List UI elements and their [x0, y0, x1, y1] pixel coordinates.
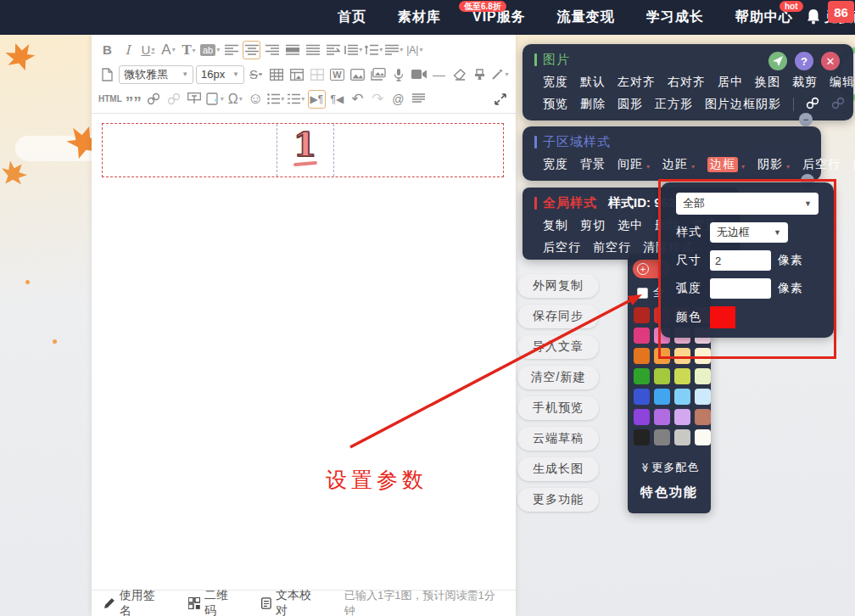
- image-action[interactable]: 右对齐: [668, 75, 706, 90]
- image-action[interactable]: 默认: [580, 75, 606, 90]
- color-swatch[interactable]: [634, 409, 650, 425]
- global-action[interactable]: 后空行: [543, 240, 581, 255]
- qrcode-button[interactable]: 二维码: [188, 588, 239, 616]
- strikethrough-button[interactable]: S: [247, 65, 265, 84]
- eraser-button[interactable]: [450, 65, 468, 84]
- table-image-button[interactable]: [288, 65, 305, 84]
- magic-wand-button[interactable]: [491, 65, 509, 84]
- subarea-action-阴影[interactable]: 阴影: [757, 157, 783, 172]
- format-brush-button[interactable]: [471, 65, 489, 84]
- subarea-action-边框[interactable]: 边框: [707, 157, 738, 172]
- undo-button[interactable]: ↶: [349, 90, 366, 109]
- bold-button[interactable]: B: [98, 41, 116, 59]
- color-swatch[interactable]: [674, 409, 690, 425]
- global-action[interactable]: 选中: [618, 218, 643, 233]
- subarea-action-间距[interactable]: 间距: [618, 157, 643, 172]
- underline-button[interactable]: U: [139, 41, 157, 59]
- sidebar-item-5[interactable]: 手机预览: [517, 396, 599, 420]
- image-action[interactable]: 裁剪: [792, 75, 818, 90]
- sidebar-item-1[interactable]: 外网复制: [517, 274, 599, 298]
- ordered-list-button[interactable]: [267, 90, 285, 109]
- font-size-select[interactable]: 16px▼: [196, 65, 244, 84]
- blockquote-button[interactable]: ””: [125, 93, 142, 112]
- text-style-button[interactable]: T: [180, 41, 198, 59]
- image-action[interactable]: 左对齐: [618, 75, 656, 90]
- video-button[interactable]: [410, 65, 428, 84]
- color-swatch[interactable]: [654, 409, 670, 425]
- sidebar-item-4[interactable]: 清空/新建: [517, 366, 599, 389]
- color-swatch[interactable]: [634, 389, 650, 405]
- color-swatch[interactable]: [674, 368, 690, 384]
- word-import-button[interactable]: W: [328, 65, 346, 84]
- subarea-action-边距[interactable]: 边距: [662, 157, 688, 172]
- sidebar-item-8[interactable]: 更多功能: [517, 488, 599, 512]
- align-right-button[interactable]: [263, 41, 281, 59]
- subarea-action-后空行[interactable]: 后空行: [802, 157, 841, 172]
- subarea-action-背景[interactable]: 背景: [580, 157, 606, 172]
- emoji-button[interactable]: ☺: [247, 90, 265, 109]
- color-swatch[interactable]: [654, 368, 670, 384]
- sidebar-item-2[interactable]: 保存同步: [517, 305, 599, 328]
- new-document-button[interactable]: [98, 65, 116, 84]
- redo-button[interactable]: ↷: [369, 90, 387, 109]
- editor-content[interactable]: 1 设置参数: [92, 114, 516, 590]
- paragraph-forward-button[interactable]: ▶¶: [308, 90, 326, 109]
- sidebar-item-7[interactable]: 生成长图: [517, 457, 599, 481]
- paragraph-spacing-button[interactable]: [344, 41, 362, 59]
- sidebar-item-6[interactable]: 云端草稿: [517, 427, 599, 451]
- image-action[interactable]: 换图: [755, 75, 780, 90]
- color-swatch[interactable]: [634, 429, 650, 445]
- line-height-button[interactable]: [365, 41, 383, 59]
- align-center-button[interactable]: [243, 41, 260, 59]
- image-action[interactable]: 删除: [580, 97, 606, 112]
- close-icon[interactable]: ✕: [821, 52, 840, 70]
- color-swatch[interactable]: [634, 348, 650, 364]
- color-swatch[interactable]: [695, 389, 711, 405]
- color-swatch[interactable]: [695, 409, 711, 425]
- format-lines-button[interactable]: [410, 90, 428, 109]
- global-action[interactable]: 剪切: [580, 218, 606, 233]
- color-swatch[interactable]: [674, 429, 690, 445]
- proofread-button[interactable]: 文本校对: [261, 588, 322, 616]
- color-swatch[interactable]: [654, 429, 670, 445]
- html-source-button[interactable]: HTML: [98, 90, 122, 109]
- image-action[interactable]: 圆形: [618, 97, 643, 112]
- find-replace-button[interactable]: @: [389, 90, 407, 109]
- collapse-panel-button[interactable]: −: [799, 113, 813, 126]
- sidebar-item-3[interactable]: 导入文章: [517, 335, 599, 359]
- microphone-button[interactable]: [389, 65, 407, 84]
- nav-item-4[interactable]: 流量变现: [557, 8, 615, 26]
- checkbox[interactable]: [637, 288, 648, 299]
- indent-button[interactable]: [324, 41, 342, 59]
- text-block-button[interactable]: [186, 90, 204, 109]
- subarea-action-宽度[interactable]: 宽度: [543, 157, 568, 172]
- notification-count-badge[interactable]: 86: [828, 1, 854, 23]
- image-action[interactable]: 图片边框阴影: [705, 97, 781, 112]
- text-width-button[interactable]: |A|: [405, 41, 423, 59]
- letter-spacing-button[interactable]: [385, 41, 403, 59]
- table-button[interactable]: [267, 65, 285, 84]
- color-swatch[interactable]: [634, 307, 650, 323]
- align-left-button[interactable]: [222, 41, 240, 59]
- italic-button[interactable]: I: [119, 41, 137, 59]
- image-action[interactable]: 预览: [543, 97, 568, 112]
- font-color-button[interactable]: A: [159, 41, 177, 59]
- color-swatch[interactable]: [634, 328, 650, 344]
- global-action[interactable]: 复制: [543, 218, 568, 233]
- image-action[interactable]: 编辑: [830, 75, 855, 90]
- color-swatch[interactable]: [695, 368, 711, 384]
- special-char-button[interactable]: Ω: [226, 90, 244, 109]
- color-swatch[interactable]: [654, 389, 670, 405]
- image-link-icon[interactable]: [806, 97, 819, 112]
- color-swatch[interactable]: [674, 389, 690, 405]
- highlight-button[interactable]: ab: [200, 41, 220, 59]
- more-colors-button[interactable]: ≫更多配色: [628, 460, 711, 475]
- nav-item-5[interactable]: 学习成长: [646, 8, 704, 26]
- fullscreen-icon[interactable]: [491, 90, 509, 109]
- font-family-select[interactable]: 微软雅黑▼: [119, 65, 193, 84]
- send-button[interactable]: [768, 52, 787, 70]
- image-action[interactable]: 正方形: [655, 97, 693, 112]
- image-unlink-icon[interactable]: [831, 97, 845, 112]
- nav-item-2[interactable]: 素材库: [398, 8, 441, 26]
- unordered-list-button[interactable]: [288, 90, 305, 109]
